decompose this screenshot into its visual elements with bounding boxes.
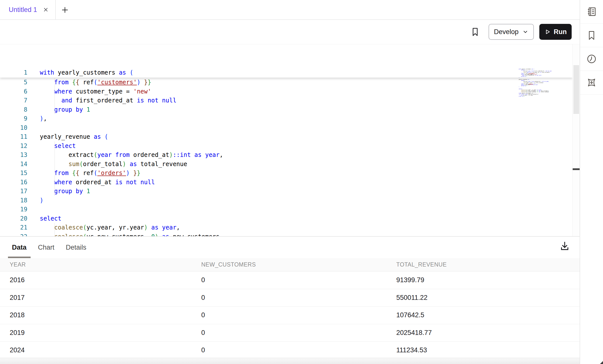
line-number: 17 bbox=[0, 187, 27, 196]
bookmark-icon bbox=[586, 30, 597, 41]
minimap[interactable]: with yearly_customers as ( select extrac… bbox=[519, 69, 552, 98]
window-resize-grip[interactable] bbox=[600, 361, 603, 364]
column-header[interactable]: YEAR bbox=[0, 261, 192, 268]
line-number: 19 bbox=[0, 205, 27, 214]
sidebar-item-bookmarks[interactable] bbox=[580, 24, 603, 47]
results-tab-chart[interactable]: Chart bbox=[38, 237, 54, 258]
tab-label: Untitled 1 bbox=[9, 6, 37, 14]
table-body: 2016091399.7920170550011.2220180107642.5… bbox=[0, 272, 580, 359]
play-icon bbox=[544, 29, 551, 35]
table-cell: 550011.22 bbox=[387, 294, 580, 302]
download-results-button[interactable] bbox=[559, 239, 573, 253]
table-row[interactable]: 20240111234.53 bbox=[0, 342, 580, 359]
results-tab-bar: DataChartDetails bbox=[12, 237, 86, 258]
table-cell: 2017 bbox=[0, 294, 192, 302]
table-cell: 2018 bbox=[0, 311, 192, 319]
table-cell: 107642.5 bbox=[387, 311, 580, 319]
sql-ide-window: Untitled 1 Develop Run Query completed i… bbox=[0, 0, 603, 364]
line-number: 20 bbox=[0, 214, 27, 223]
download-icon bbox=[559, 241, 570, 252]
close-tab-icon[interactable] bbox=[43, 6, 49, 13]
table-cell: 0 bbox=[192, 329, 387, 337]
minimap-line: order by 1 bbox=[519, 96, 552, 97]
history-icon bbox=[586, 53, 597, 64]
tab-untitled-1[interactable]: Untitled 1 bbox=[0, 0, 56, 19]
line-number: 13 bbox=[0, 150, 27, 160]
table-row[interactable]: 20180107642.5 bbox=[0, 307, 580, 324]
sidebar-item-notebook[interactable] bbox=[580, 0, 603, 24]
table-cell: 2025418.77 bbox=[387, 329, 580, 337]
table-header-row: YEARNEW_CUSTOMERSTOTAL_REVENUE bbox=[0, 258, 580, 272]
column-header[interactable]: TOTAL_REVENUE bbox=[387, 261, 580, 268]
line-number: 5 bbox=[0, 78, 27, 87]
line-number: 12 bbox=[0, 141, 27, 151]
line-number: 7 bbox=[0, 96, 27, 105]
panel-resize-handle[interactable] bbox=[573, 168, 580, 170]
indent-guide bbox=[54, 141, 55, 196]
notebook-icon bbox=[586, 6, 597, 17]
line-number: 8 bbox=[0, 105, 27, 114]
develop-label: Develop bbox=[494, 28, 518, 36]
line-number: 10 bbox=[0, 123, 27, 133]
line-number: 9 bbox=[0, 114, 27, 123]
run-label: Run bbox=[554, 28, 567, 36]
sticky-scroll-line[interactable]: 1with yearly_customers as ( bbox=[0, 68, 572, 78]
results-panel: DataChartDetails YEARNEW_CUSTOMERSTOTAL_… bbox=[0, 236, 580, 364]
table-cell: 2019 bbox=[0, 329, 192, 337]
line-number: 18 bbox=[0, 196, 27, 205]
results-tab-details[interactable]: Details bbox=[66, 237, 87, 258]
table-cell: 0 bbox=[192, 346, 387, 354]
line-number: 6 bbox=[0, 87, 27, 96]
editor-scrollbar[interactable] bbox=[572, 44, 580, 236]
table-cell: 2024 bbox=[0, 346, 192, 354]
code-editor[interactable]: 5 from {{ ref('customers') }}6 where cus… bbox=[0, 44, 580, 236]
line-number: 14 bbox=[0, 160, 27, 169]
scrollbar-slider[interactable] bbox=[573, 65, 579, 114]
sidebar-item-history[interactable] bbox=[580, 47, 603, 71]
table-cell: 0 bbox=[192, 276, 387, 284]
horizontal-scrollbar-track[interactable] bbox=[0, 358, 580, 364]
line-number: 16 bbox=[0, 178, 27, 187]
sparkle-icon bbox=[586, 77, 597, 88]
line-number: 22 bbox=[0, 232, 27, 236]
table-cell: 0 bbox=[192, 311, 387, 319]
new-tab-button[interactable] bbox=[60, 5, 69, 14]
table-cell: 2016 bbox=[0, 276, 192, 284]
table-row[interactable]: 20170550011.22 bbox=[0, 289, 580, 307]
develop-button[interactable]: Develop bbox=[489, 24, 534, 40]
table-cell: 111234.53 bbox=[387, 346, 580, 354]
tab-bar: Untitled 1 bbox=[0, 0, 580, 20]
indent-guide bbox=[54, 223, 55, 236]
table-cell: 0 bbox=[192, 294, 387, 302]
line-number: 15 bbox=[0, 169, 27, 178]
results-tab-data[interactable]: Data bbox=[12, 237, 27, 258]
chevron-down-icon bbox=[522, 29, 529, 35]
column-header[interactable]: NEW_CUSTOMERS bbox=[192, 261, 387, 268]
line-number: 1 bbox=[0, 68, 27, 77]
table-row[interactable]: 2016091399.79 bbox=[0, 272, 580, 289]
sidebar-item-copilot[interactable] bbox=[580, 71, 603, 94]
bookmark-toolbar-icon[interactable] bbox=[470, 26, 480, 37]
right-icon-sidebar bbox=[580, 0, 603, 364]
line-number: 11 bbox=[0, 132, 27, 141]
table-cell: 91399.79 bbox=[387, 276, 580, 284]
line-number: 21 bbox=[0, 223, 27, 232]
indent-guide bbox=[54, 78, 55, 114]
table-row[interactable]: 201902025418.77 bbox=[0, 324, 580, 342]
run-button[interactable]: Run bbox=[539, 24, 572, 40]
